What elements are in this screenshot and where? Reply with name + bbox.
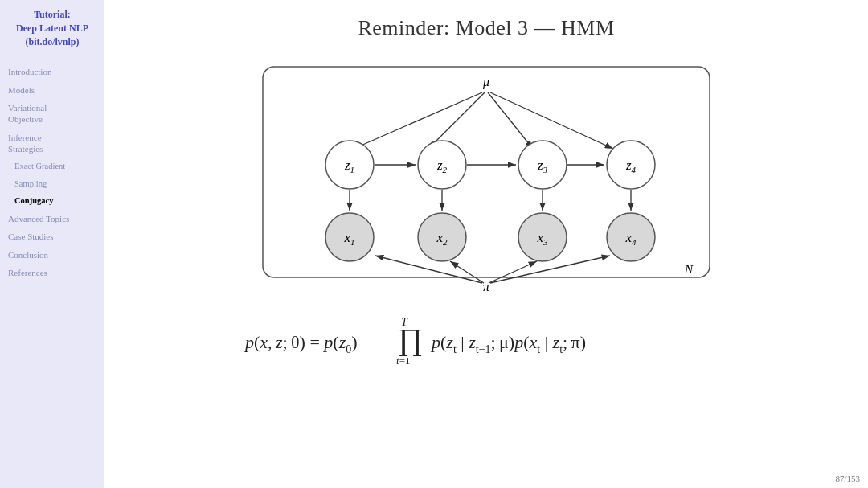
- sidebar-item-variational[interactable]: VariationalObjective: [6, 99, 98, 129]
- sidebar-item-conclusion[interactable]: Conclusion: [6, 246, 98, 264]
- svg-line-33: [489, 261, 537, 283]
- diagram-area: μ z1 z2: [245, 52, 727, 301]
- svg-line-3: [354, 92, 482, 149]
- formula-svg: p(x, z; θ) = p(z0) ∏ T t=1 p(zt | zt−1; …: [237, 310, 735, 366]
- svg-text:μ: μ: [482, 75, 489, 89]
- sidebar-item-exact-gradient[interactable]: Exact Gradient: [6, 158, 98, 175]
- sidebar-item-conjugacy[interactable]: Conjugacy: [6, 192, 98, 210]
- svg-text:π: π: [483, 280, 490, 293]
- svg-line-31: [375, 256, 482, 283]
- svg-line-6: [490, 92, 613, 149]
- slide-title: Reminder: Model 3 — HMM: [358, 16, 614, 40]
- sidebar-item-models[interactable]: Models: [6, 81, 98, 99]
- svg-line-5: [488, 92, 533, 149]
- svg-text:p(x, z; θ) = p(z0): p(x, z; θ) = p(z0): [244, 332, 358, 355]
- main-content: Reminder: Model 3 — HMM μ: [104, 0, 868, 488]
- svg-text:N: N: [684, 263, 694, 276]
- svg-text:p(zt | zt−1; μ)p(xt | zt; π): p(zt | zt−1; μ)p(xt | zt; π): [430, 332, 586, 355]
- sidebar-item-introduction[interactable]: Introduction: [6, 63, 98, 80]
- sidebar-item-advanced[interactable]: Advanced Topics: [6, 210, 98, 228]
- hmm-diagram: μ z1 z2: [245, 52, 727, 301]
- svg-text:T: T: [401, 316, 408, 328]
- formula: p(x, z; θ) = p(z0) ∏ T t=1 p(zt | zt−1; …: [237, 310, 735, 366]
- sidebar-title: Tutorial: Deep Latent NLP (bit.do/lvnlp): [6, 8, 98, 48]
- svg-line-32: [450, 261, 484, 283]
- sidebar-item-references[interactable]: References: [6, 264, 98, 281]
- svg-line-4: [428, 92, 485, 149]
- page-number: 87/153: [835, 474, 860, 483]
- sidebar: Tutorial: Deep Latent NLP (bit.do/lvnlp)…: [0, 0, 104, 488]
- sidebar-item-inference[interactable]: InferenceStrategies: [6, 129, 98, 158]
- svg-text:t=1: t=1: [396, 355, 410, 366]
- sidebar-item-sampling[interactable]: Sampling: [6, 175, 98, 193]
- sidebar-item-case-studies[interactable]: Case Studies: [6, 228, 98, 245]
